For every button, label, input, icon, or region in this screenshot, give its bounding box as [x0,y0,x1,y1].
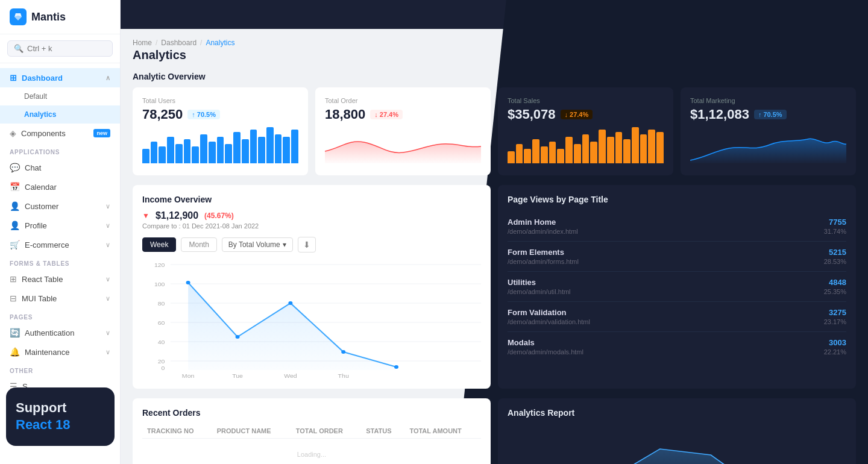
income-percent: (45.67%) [204,212,234,220]
download-button[interactable]: ⬇ [298,237,316,252]
support-subtitle: React 18 [16,416,105,434]
react-table-icon: ⊞ [10,274,17,284]
table-row: Loading... [142,439,481,465]
stat-card-orders: Total Order 18,800 ↓ 27.4% [315,87,491,175]
pv-count: 4848 [824,278,846,287]
stat-label-users: Total Users [142,97,298,104]
sidebar-item-react-table[interactable]: ⊞ React Table ∨ [0,269,120,289]
breadcrumb-current: Analytics [206,39,234,47]
chevron-down-icon-2: ∨ [105,222,110,230]
stat-badge-users: ↑ 70.5% [187,110,220,119]
income-title: Income Overview [142,195,481,204]
pv-pct: 22.21% [824,348,846,356]
main-content: 2 SB Stebin Ben Home / [121,0,868,464]
customer-label: Customer [25,202,58,211]
search-bar[interactable]: 🔍 [0,34,120,63]
chevron-down-icon-7: ∨ [105,348,110,356]
auth-label: Authentication [25,328,74,337]
stat-card-users: Total Users 78,250 ↑ 70.5% [133,87,308,175]
maintenance-icon: 🔔 [10,347,20,357]
chevron-down-icon-4: ∨ [105,275,110,283]
sidebar-item-dashboard[interactable]: ⊞ Dashboard ∧ [0,68,120,87]
volume-label: By Total Volume [228,240,280,249]
svg-text:120: 120 [154,262,165,268]
svg-text:40: 40 [158,339,165,345]
page-body: Home / Dashboard / Analytics Analytics A… [121,29,868,464]
pv-page-url: /demo/admin/index.html [508,228,578,235]
sidebar-item-ecommerce[interactable]: 🛒 E-commerce ∨ [0,235,120,254]
analytic-overview-section: Analytic Overview Total Users 78,250 ↑ 7… [133,72,856,175]
chat-label: Chat [25,163,41,172]
dashboard-icon: ⊞ [10,73,17,83]
sidebar-item-default[interactable]: Default [0,87,120,105]
sidebar-logo[interactable]: Mantis [0,0,120,34]
sidebar-item-calendar[interactable]: 📅 Calendar [0,177,120,196]
mui-table-label: MUI Table [22,294,57,303]
stat-value-orders: 18,800 [325,107,365,122]
sidebar-item-customer[interactable]: 👤 Customer ∨ [0,196,120,216]
sidebar-item-maintenance[interactable]: 🔔 Maintenance ∨ [0,342,120,362]
week-button[interactable]: Week [142,237,176,252]
calendar-icon: 📅 [10,182,20,192]
other-section-label: Other [0,362,120,377]
sidebar-item-analytics[interactable]: Analytics [0,105,120,124]
svg-text:100: 100 [154,281,165,287]
logo-icon [10,8,27,25]
stat-card-sales: Total Sales $35,078 ↓ 27.4% [498,87,673,175]
sidebar-item-chat[interactable]: 💬 Chat [0,158,120,177]
month-button[interactable]: Month [181,237,216,252]
stats-row: Total Users 78,250 ↑ 70.5% Total Order [133,87,856,175]
col-tracking: TRACKING NO [142,424,212,439]
pv-pct: 31.74% [824,228,846,235]
page-title: Analytics [133,48,856,62]
search-input[interactable] [27,44,106,53]
pv-count: 5215 [824,248,846,257]
sidebar-analytics-label: Analytics [24,110,56,119]
pv-page-name: Modals [508,338,583,347]
svg-text:60: 60 [158,320,165,326]
pv-row: Admin Home /demo/admin/index.html 7755 3… [508,212,846,242]
components-icon: ◈ [10,128,16,138]
income-meta: ▼ $1,12,900 (45.67%) [142,210,481,221]
col-amount: TOTAL AMOUNT [404,424,481,439]
svg-text:80: 80 [158,301,165,307]
pv-pct: 25.35% [824,288,846,295]
orders-card: Recent Orders TRACKING NO PRODUCT NAME T… [133,398,491,464]
support-title: Support [16,400,105,417]
pv-page-url: /demo/admin/util.html [508,288,571,295]
new-badge: new [93,129,110,137]
svg-text:Thu: Thu [338,373,349,379]
stat-badge-marketing: ↑ 70.5% [754,110,787,119]
sales-bar-chart [508,127,664,163]
col-total-order: TOTAL ORDER [291,424,362,439]
stat-value-users: 78,250 [142,107,183,122]
sidebar-item-mui-table[interactable]: ⊟ MUI Table ∨ [0,289,120,308]
chevron-down-icon-5: ∨ [105,295,110,303]
sidebar-item-authentication[interactable]: 🔄 Authentication ∨ [0,323,120,342]
income-arrow-icon: ▼ [142,212,149,220]
stat-label-sales: Total Sales [508,97,664,104]
users-bar-chart [142,127,298,163]
income-pageviews-section: Income Overview ▼ $1,12,900 (45.67%) Com… [133,185,856,389]
volume-select[interactable]: By Total Volume ▾ [222,237,293,252]
pv-page-url: /demo/admin/forms.html [508,258,579,265]
ecommerce-label: E-commerce [25,240,69,249]
orders-area-chart [325,127,481,166]
maintenance-label: Maintenance [25,348,69,357]
breadcrumb-sep-1: / [156,39,157,47]
search-icon: 🔍 [14,44,24,53]
sidebar-default-label: Default [24,92,47,101]
header-section: Home / Dashboard / Analytics Analytics [133,39,856,62]
breadcrumb-home[interactable]: Home [133,39,152,47]
pv-page-name: Utilities [508,278,571,287]
auth-icon: 🔄 [10,328,20,337]
stat-value-sales: $35,078 [508,107,556,122]
sidebar-item-components[interactable]: ◈ Components new [0,124,120,143]
pv-row: Form Validation /demo/admin/validation.h… [508,302,846,332]
analytic-overview-title: Analytic Overview [133,72,856,81]
breadcrumb: Home / Dashboard / Analytics [133,39,856,47]
sidebar-item-profile[interactable]: 👤 Profile ∨ [0,216,120,235]
svg-text:0: 0 [162,365,165,371]
pageviews-title: Page Views by Page Title [508,195,846,204]
breadcrumb-dashboard[interactable]: Dashboard [161,39,197,47]
